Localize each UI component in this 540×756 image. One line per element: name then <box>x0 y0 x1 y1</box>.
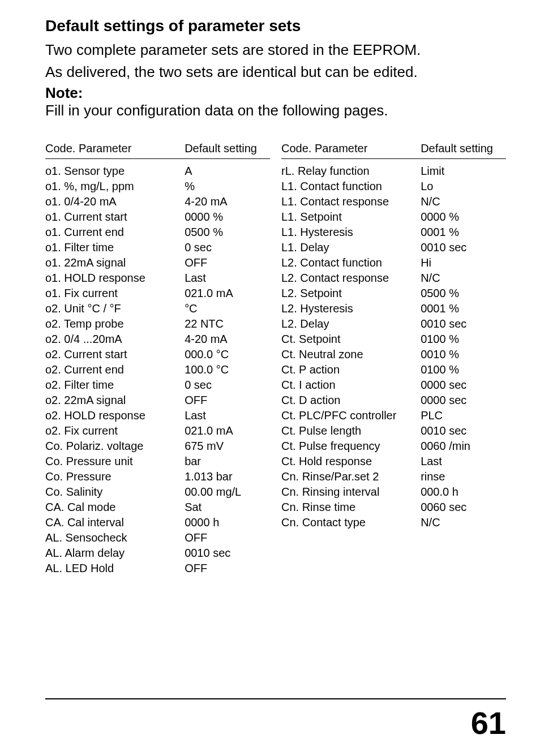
default-cell: 0000 % <box>185 209 270 225</box>
parameter-cell: o2. 0/4 ...20mA <box>45 332 185 347</box>
default-cell: 1.013 bar <box>185 469 270 484</box>
parameter-cell: o1. Sensor type <box>45 159 185 179</box>
default-cell: N/C <box>421 515 506 530</box>
default-cell: OFF <box>185 530 270 545</box>
parameter-cell: Co. Pressure <box>45 469 185 484</box>
parameter-cell: Ct. Setpoint <box>281 332 421 347</box>
table-row: L1. Hysteresis0001 % <box>281 225 506 240</box>
table-row: Co. Pressure1.013 bar <box>45 469 270 484</box>
default-cell: 00.00 mg/L <box>185 484 270 500</box>
default-cell: % <box>185 179 270 194</box>
table-row: Ct. Hold responseLast <box>281 454 506 469</box>
table-row: Co. Pressure unitbar <box>45 454 270 469</box>
parameter-cell: o1. Filter time <box>45 240 185 255</box>
table-row: o1. Fix current021.0 mA <box>45 286 270 301</box>
parameter-tables: Code. Parameter Default setting o1. Sens… <box>45 142 506 576</box>
table-row: CA. Cal interval0000 h <box>45 515 270 530</box>
default-cell: 0500 % <box>185 225 270 240</box>
table-row: L2. Setpoint0500 % <box>281 286 506 301</box>
table-header-row: Code. Parameter Default setting <box>45 142 270 159</box>
parameter-cell: o1. Fix current <box>45 286 185 301</box>
parameter-cell: L2. Contact response <box>281 270 421 286</box>
table-row: o2. 0/4 ...20mA4-20 mA <box>45 332 270 347</box>
parameter-cell: o1. 0/4-20 mA <box>45 194 185 209</box>
parameter-cell: Ct. Pulse frequency <box>281 439 421 454</box>
default-cell: 0010 sec <box>421 240 506 255</box>
parameter-cell: Co. Polariz. voltage <box>45 439 185 454</box>
left-table: Code. Parameter Default setting o1. Sens… <box>45 142 270 576</box>
parameter-cell: L1. Setpoint <box>281 209 421 225</box>
default-cell: Last <box>421 454 506 469</box>
page-number: 61 <box>471 705 506 741</box>
parameter-cell: Ct. I action <box>281 377 421 393</box>
parameter-cell: Co. Pressure unit <box>45 454 185 469</box>
default-cell: Last <box>185 408 270 423</box>
parameter-cell: AL. Sensocheck <box>45 530 185 545</box>
default-cell: 0 sec <box>185 240 270 255</box>
table-row: L2. Contact responseN/C <box>281 270 506 286</box>
default-cell: 675 mV <box>185 439 270 454</box>
default-cell: Lo <box>421 179 506 194</box>
table-row: Ct. P action0100 % <box>281 362 506 377</box>
parameter-cell: o2. Current end <box>45 362 185 377</box>
note-text: Fill in your configuration data on the f… <box>45 102 506 119</box>
table-row: AL. SensocheckOFF <box>45 530 270 545</box>
header-default: Default setting <box>185 142 270 159</box>
table-row: L1. Contact responseN/C <box>281 194 506 209</box>
right-table: Code. Parameter Default setting rL. Rela… <box>281 142 506 530</box>
parameter-cell: Ct. Hold response <box>281 454 421 469</box>
table-row: Co. Salinity00.00 mg/L <box>45 484 270 500</box>
parameter-cell: CA. Cal mode <box>45 500 185 515</box>
table-row: AL. LED HoldOFF <box>45 561 270 576</box>
table-row: L2. Delay0010 sec <box>281 316 506 332</box>
parameter-cell: o2. Temp probe <box>45 316 185 332</box>
intro-line-2: As delivered, the two sets are identical… <box>45 63 506 81</box>
page-title: Default settings of parameter sets <box>45 17 506 35</box>
table-row: o1. Sensor typeA <box>45 159 270 179</box>
table-row: Cn. Rinse time0060 sec <box>281 500 506 515</box>
default-cell: 0060 /min <box>421 439 506 454</box>
parameter-cell: Cn. Rinsing interval <box>281 484 421 500</box>
parameter-cell: Ct. D action <box>281 393 421 408</box>
parameter-cell: AL. LED Hold <box>45 561 185 576</box>
parameter-cell: o2. Filter time <box>45 377 185 393</box>
default-cell: 0060 sec <box>421 500 506 515</box>
table-row: o1. 22mA signalOFF <box>45 255 270 270</box>
parameter-cell: o2. Unit °C / °F <box>45 301 185 316</box>
default-cell: 000.0 h <box>421 484 506 500</box>
default-cell: N/C <box>421 270 506 286</box>
default-cell: OFF <box>185 393 270 408</box>
table-row: o1. Filter time0 sec <box>45 240 270 255</box>
default-cell: 0000 sec <box>421 393 506 408</box>
default-cell: 100.0 °C <box>185 362 270 377</box>
parameter-cell: o1. HOLD response <box>45 270 185 286</box>
table-row: o1. HOLD responseLast <box>45 270 270 286</box>
table-row: L1. Contact functionLo <box>281 179 506 194</box>
table-row: AL. Alarm delay0010 sec <box>45 545 270 561</box>
left-column: Code. Parameter Default setting o1. Sens… <box>45 142 270 576</box>
default-cell: 000.0 °C <box>185 347 270 362</box>
default-cell: 0100 % <box>421 362 506 377</box>
table-row: CA. Cal modeSat <box>45 500 270 515</box>
parameter-cell: Cn. Contact type <box>281 515 421 530</box>
default-cell: PLC <box>421 408 506 423</box>
intro-line-1: Two complete parameter sets are stored i… <box>45 41 506 59</box>
header-parameter: Code. Parameter <box>281 142 421 159</box>
table-row: Ct. I action0000 sec <box>281 377 506 393</box>
table-row: Ct. Pulse frequency0060 /min <box>281 439 506 454</box>
table-header-row: Code. Parameter Default setting <box>281 142 506 159</box>
table-row: o2. HOLD responseLast <box>45 408 270 423</box>
default-cell: 0000 % <box>421 209 506 225</box>
table-row: Cn. Rinse/Par.set 2rinse <box>281 469 506 484</box>
footer-divider <box>45 698 506 699</box>
parameter-cell: o2. Fix current <box>45 423 185 439</box>
table-row: o2. Fix current021.0 mA <box>45 423 270 439</box>
table-row: o2. Current start000.0 °C <box>45 347 270 362</box>
parameter-cell: o1. Current end <box>45 225 185 240</box>
table-row: L2. Contact functionHi <box>281 255 506 270</box>
parameter-cell: Ct. Pulse length <box>281 423 421 439</box>
table-row: o1. Current start0000 % <box>45 209 270 225</box>
table-row: o2. Temp probe22 NTC <box>45 316 270 332</box>
parameter-cell: Ct. Neutral zone <box>281 347 421 362</box>
default-cell: 4-20 mA <box>185 332 270 347</box>
